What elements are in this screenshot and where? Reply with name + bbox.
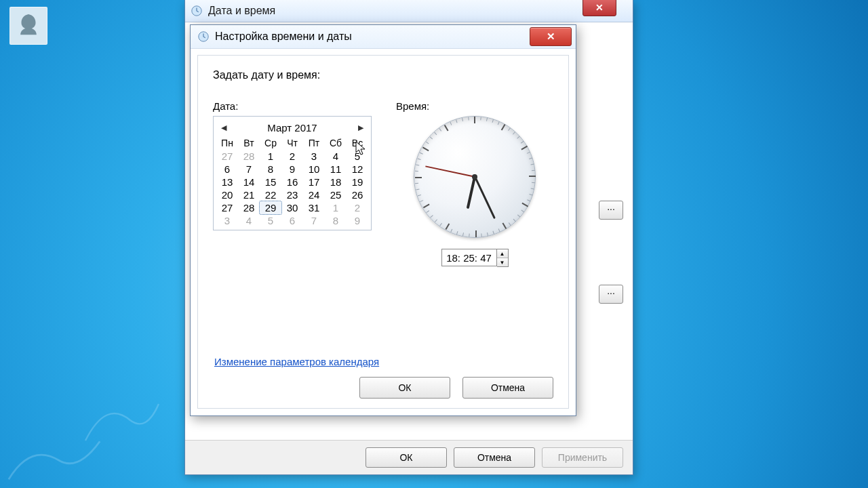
child-content: Задать дату и время: Дата: ◀ Март 2017 ▶… xyxy=(197,55,569,409)
parent-cancel-button[interactable]: Отмена xyxy=(454,447,535,468)
calendar-day[interactable]: 3 xyxy=(303,150,325,163)
calendar-day[interactable]: 28 xyxy=(238,150,260,163)
calendar-day[interactable]: 4 xyxy=(325,150,347,163)
chevron-up-icon: ▲ xyxy=(500,251,505,257)
calendar-day[interactable]: 15 xyxy=(260,176,281,188)
time-spinner: ▲ ▼ xyxy=(497,249,509,267)
child-titlebar[interactable]: Настройка времени и даты ✕ xyxy=(191,25,576,49)
clock-panel-icon xyxy=(197,30,210,43)
parent-footer: ОК Отмена Применить xyxy=(185,440,633,474)
time-label: Время: xyxy=(396,100,553,112)
calendar-day[interactable]: 6 xyxy=(281,214,303,227)
calendar-day[interactable]: 3 xyxy=(216,214,238,227)
calendar-day[interactable]: 7 xyxy=(303,214,325,227)
child-cancel-button[interactable]: Отмена xyxy=(462,377,553,399)
calendar-day[interactable]: 9 xyxy=(347,214,368,227)
set-date-time-label: Задать дату и время: xyxy=(213,69,553,81)
calendar-day[interactable]: 8 xyxy=(260,163,281,176)
calendar-prev-month-button[interactable]: ◀ xyxy=(219,123,229,133)
calendar-day[interactable]: 24 xyxy=(303,188,325,201)
calendar-day[interactable]: 1 xyxy=(260,150,281,163)
clock-hour-hand xyxy=(467,177,476,209)
date-time-settings-dialog: Настройка времени и даты ✕ Задать дату и… xyxy=(190,24,576,416)
calendar-day[interactable]: 6 xyxy=(216,163,238,176)
parent-ok-button[interactable]: ОК xyxy=(366,447,447,468)
clock-second-hand xyxy=(425,166,475,178)
clock-panel-icon xyxy=(191,5,203,17)
close-icon: ✕ xyxy=(595,2,604,13)
calendar-dow-header: Ср xyxy=(260,136,281,150)
calendar-day[interactable]: 10 xyxy=(303,163,325,176)
parent-apply-button: Применить xyxy=(542,447,623,468)
time-input[interactable] xyxy=(441,249,497,266)
calendar-day[interactable]: 21 xyxy=(238,188,260,201)
calendar-day[interactable]: 27 xyxy=(216,150,238,163)
clock-minute-hand xyxy=(474,176,496,219)
calendar-day[interactable]: 5 xyxy=(260,214,281,227)
chevron-down-icon: ▼ xyxy=(500,260,505,266)
chevron-left-icon: ◀ xyxy=(221,123,226,132)
child-window-title: Настройка времени и даты xyxy=(215,30,352,43)
child-ok-button[interactable]: ОК xyxy=(359,377,450,399)
calendar-next-month-button[interactable]: ▶ xyxy=(356,123,366,133)
time-spin-up-button[interactable]: ▲ xyxy=(497,249,508,258)
calendar-dow-header: Вс xyxy=(347,136,368,150)
calendar-day[interactable]: 14 xyxy=(238,176,260,188)
calendar-day[interactable]: 9 xyxy=(281,163,303,176)
calendar-dow-header: Вт xyxy=(238,136,260,150)
calendar-month-label[interactable]: Март 2017 xyxy=(267,122,317,134)
calendar-dow-header: Сб xyxy=(325,136,347,150)
calendar: ◀ Март 2017 ▶ ПнВтСрЧтПтСбВс 27281234567… xyxy=(213,116,372,230)
calendar-settings-link[interactable]: Изменение параметров календаря xyxy=(214,356,379,367)
calendar-day[interactable]: 16 xyxy=(281,176,303,188)
parent-window-title: Дата и время xyxy=(208,5,275,17)
close-icon: ✕ xyxy=(547,30,555,43)
calendar-day[interactable]: 2 xyxy=(347,201,368,214)
calendar-day[interactable]: 26 xyxy=(347,188,368,201)
calendar-day[interactable]: 8 xyxy=(325,214,347,227)
calendar-day[interactable]: 4 xyxy=(238,214,260,227)
calendar-dow-header: Пт xyxy=(303,136,325,150)
calendar-day[interactable]: 22 xyxy=(260,188,281,201)
calendar-day[interactable]: 30 xyxy=(281,201,303,214)
calendar-day[interactable]: 11 xyxy=(325,163,347,176)
calendar-day[interactable]: 2 xyxy=(281,150,303,163)
calendar-day[interactable]: 18 xyxy=(325,176,347,188)
calendar-day[interactable]: 17 xyxy=(303,176,325,188)
calendar-day[interactable]: 5 xyxy=(347,150,368,163)
time-spin-down-button[interactable]: ▼ xyxy=(497,258,508,266)
calendar-day[interactable]: 31 xyxy=(303,201,325,214)
calendar-day[interactable]: 7 xyxy=(238,163,260,176)
desktop-shortcut-icon[interactable] xyxy=(9,7,47,45)
clock-pivot xyxy=(472,174,477,180)
parent-titlebar[interactable]: Дата и время ✕ xyxy=(185,0,633,22)
calendar-day[interactable]: 20 xyxy=(216,188,238,201)
calendar-dow-header: Пн xyxy=(216,136,238,150)
analog-clock xyxy=(414,116,536,238)
calendar-day[interactable]: 19 xyxy=(347,176,368,188)
child-close-button[interactable]: ✕ xyxy=(530,27,572,46)
calendar-day[interactable]: 27 xyxy=(216,201,238,214)
chevron-right-icon: ▶ xyxy=(358,123,363,132)
calendar-day[interactable]: 23 xyxy=(281,188,303,201)
calendar-day[interactable]: 12 xyxy=(347,163,368,176)
calendar-day[interactable]: 29 xyxy=(260,201,281,214)
parent-stub-button-2[interactable]: ... xyxy=(599,285,623,304)
parent-close-button[interactable]: ✕ xyxy=(583,0,616,16)
parent-stub-button-1[interactable]: ... xyxy=(599,201,623,220)
calendar-day[interactable]: 25 xyxy=(325,188,347,201)
calendar-dow-header: Чт xyxy=(281,136,303,150)
date-label: Дата: xyxy=(213,100,370,112)
calendar-day[interactable]: 1 xyxy=(325,201,347,214)
calendar-day[interactable]: 28 xyxy=(238,201,260,214)
calendar-day[interactable]: 13 xyxy=(216,176,238,188)
